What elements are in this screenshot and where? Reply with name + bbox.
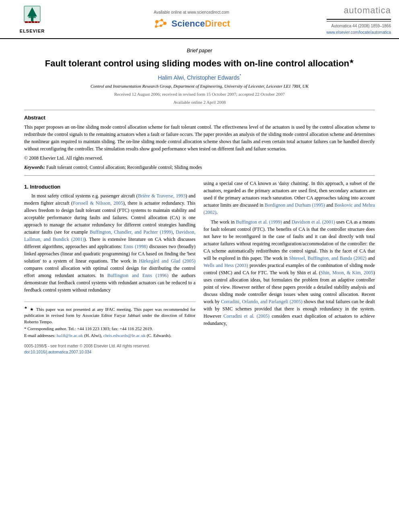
ref-corradini-2005[interactable]: Corradini, Orlando, and Parlangeli (2005…: [221, 299, 302, 304]
ref-shin[interactable]: Shin, Moon, & Kim, 2005: [321, 270, 373, 275]
ref-enns1998[interactable]: Enns (1998): [123, 244, 148, 249]
abstract-title: Abstract: [24, 114, 375, 122]
header-center: Available online at www.sciencedirect.co…: [56, 10, 327, 30]
sd-science: Science: [171, 18, 205, 29]
two-column-body: 1. Introduction In most safety critical …: [24, 180, 375, 355]
sciencedirect-logo: ScienceDirect: [153, 17, 230, 30]
title-star: ★: [349, 58, 354, 64]
ref-briere[interactable]: Brière & Traverse, 1993: [138, 193, 185, 199]
keywords-text: Fault tolerant control; Control allocati…: [46, 164, 202, 170]
ref-buffington1996[interactable]: Buffington and Enns (1996): [107, 273, 169, 278]
email2-name: (C. Edwards).: [147, 333, 171, 338]
authors: Halim Alwi, Christopher Edwards*: [24, 73, 375, 82]
author-names: Halim Alwi, Christopher Edwards: [158, 74, 240, 81]
svg-line-16: [162, 20, 165, 23]
abstract-section: Abstract This paper proposes an on-line …: [24, 114, 375, 171]
intro-right-para-2: The work in Buffington et al. (1999) and…: [204, 218, 375, 327]
section-1-title: 1. Introduction: [24, 183, 195, 191]
footnote-section: ★ ★ This paper was not presented at any …: [24, 302, 195, 339]
section-1-num: 1.: [24, 184, 29, 190]
footnote-email: E-mail addresses: ha18@le.ac.uk (H. Alwi…: [24, 333, 195, 339]
header-right: automatica Automatica 44 (2008) 1859–186…: [327, 4, 391, 36]
ref-shtessel[interactable]: Shtessel, Buffington, and Banda (2002): [289, 255, 366, 261]
email1-name: (H. Alwi),: [84, 333, 102, 338]
intro-para-1: In most safety critical systems e.g. pas…: [24, 192, 195, 294]
ref-davidson-et-al[interactable]: Davidson et al. (2001): [292, 219, 335, 225]
footnote-corresponding: * Corresponding author. Tel.: +44 116 22…: [24, 326, 195, 332]
email1[interactable]: ha18@le.ac.uk: [57, 333, 83, 338]
ref-forssell[interactable]: Forssell & Nilsson, 2005: [73, 200, 123, 206]
copyright: © 2008 Elsevier Ltd. All rights reserved…: [24, 155, 375, 162]
ref-bordignon[interactable]: Bordignon and Durham (1995): [265, 202, 325, 208]
available-online-paper: Available online 2 April 2008: [24, 99, 375, 106]
footnote-star-symbol: ★: [24, 306, 28, 310]
title-text: Fault tolerant control using sliding mod…: [45, 58, 350, 68]
keywords-label: Keywords:: [24, 164, 45, 170]
automatica-lines-icon: [327, 18, 391, 22]
doi-text[interactable]: doi:10.1016/j.automatica.2007.10.034: [24, 349, 195, 355]
divider-1: [24, 110, 375, 110]
left-column: 1. Introduction In most safety critical …: [24, 180, 195, 355]
footnote-star: ★ ★ This paper was not presented at any …: [24, 305, 195, 325]
ref-buffington1999[interactable]: Buffington, Chandler, and Pachter (1999): [90, 229, 173, 235]
paper-title: Fault tolerant control using sliding mod…: [24, 58, 375, 70]
elsevier-label: ELSEVIER: [20, 28, 45, 35]
author-star: *: [240, 74, 241, 78]
section-1-label: Introduction: [30, 184, 60, 190]
bottom-bar: 0005-1098/$ - see front matter © 2008 El…: [24, 343, 195, 355]
ref-corradini-et-al[interactable]: Corradini et al. (2005): [223, 313, 269, 319]
content-area: Brief paper Fault tolerant control using…: [0, 39, 399, 363]
affiliation: Control and Instrumentation Research Gro…: [24, 83, 375, 90]
ref-buffington-et-al[interactable]: Buffington et al. (1999): [236, 219, 282, 225]
ref-harkegard[interactable]: Härkegård and Glad (2005): [139, 258, 195, 264]
intro-right-para-1: using a special case of CA known as 'dai…: [204, 180, 375, 216]
available-online-text: Available online at www.sciencedirect.co…: [154, 10, 229, 16]
paper-type: Brief paper: [24, 47, 375, 55]
sciencedirect-label: ScienceDirect: [171, 17, 230, 30]
page: ELSEVIER Available online at www.science…: [0, 0, 399, 532]
journal-info: Automatica 44 (2008) 1859–1866: [331, 23, 391, 29]
sciencedirect-icon: [153, 18, 169, 30]
automatica-label: automatica: [343, 4, 391, 17]
right-column: using a special case of CA known as 'dai…: [204, 180, 375, 355]
email-label: E-mail addresses:: [24, 333, 56, 338]
header: ELSEVIER Available online at www.science…: [0, 0, 399, 39]
ref-wells[interactable]: Wells and Hess (2003): [204, 263, 248, 268]
abstract-text: This paper proposes an on-line sliding m…: [24, 123, 375, 152]
elsevier-url[interactable]: www.elsevier.com/locate/automatica: [326, 30, 391, 36]
keywords: Keywords: Fault tolerant control; Contro…: [24, 164, 375, 171]
footnote-star-text: ★ This paper was not presented at any IF…: [24, 307, 195, 324]
svg-rect-5: [25, 21, 39, 23]
elsevier-logo-area: ELSEVIER: [8, 5, 56, 35]
elsevier-tree-icon: [20, 5, 44, 27]
email2[interactable]: chris.edwards@le.ac.uk: [103, 333, 146, 338]
received-dates: Received 12 August 2006; received in rev…: [24, 91, 375, 98]
divider-2: [24, 175, 375, 176]
issn-text: 0005-1098/$ - see front matter © 2008 El…: [24, 343, 195, 349]
elsevier-logo: ELSEVIER: [8, 5, 56, 35]
